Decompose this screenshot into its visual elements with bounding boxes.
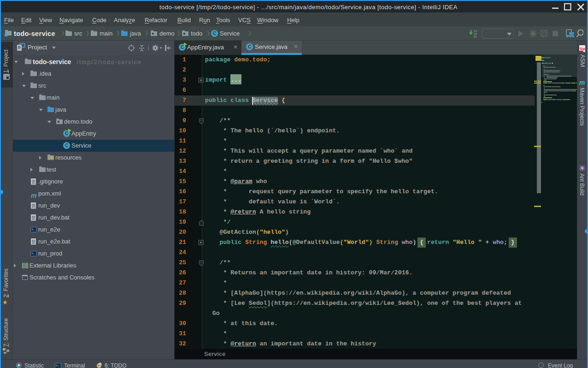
svg-text:01: 01 <box>474 35 477 38</box>
svg-text:SM: SM <box>580 47 585 51</box>
